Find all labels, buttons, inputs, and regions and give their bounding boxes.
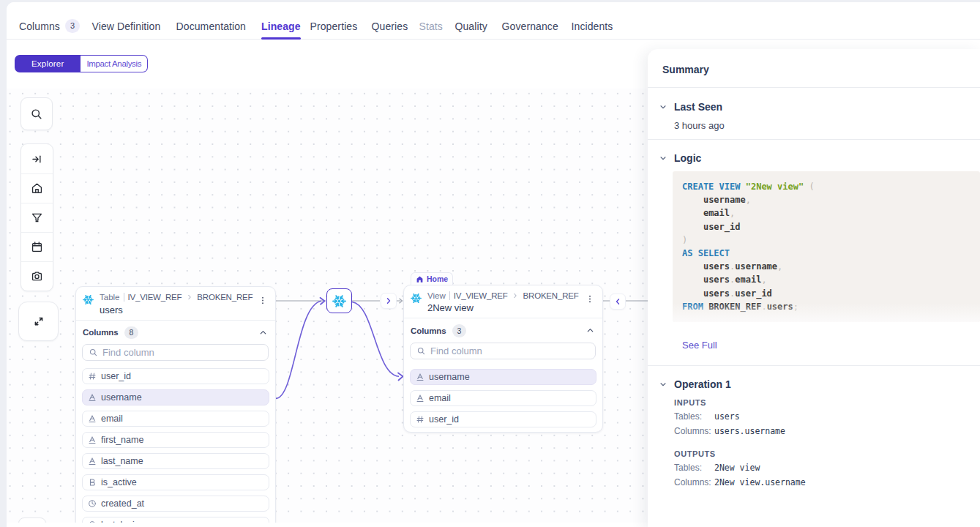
- column-name: email: [101, 414, 123, 424]
- tab-documentation[interactable]: Documentation: [176, 13, 246, 39]
- tab-quality[interactable]: Quality: [455, 13, 487, 39]
- column-type-text-icon: [88, 414, 97, 423]
- section-title: Operation 1: [674, 378, 731, 390]
- find-column-input[interactable]: Find column: [410, 343, 596, 359]
- tab-stats[interactable]: Stats: [419, 13, 442, 39]
- table-node-users[interactable]: TableIV_VIEW_REFBROKEN_REFusersColumns8F…: [75, 286, 276, 523]
- chevron-down-icon: [659, 154, 667, 162]
- chevron-down-icon: [659, 102, 667, 111]
- io-row-label: Tables:: [674, 411, 714, 422]
- collapse-columns-button[interactable]: [586, 326, 595, 335]
- home-icon: [30, 182, 44, 195]
- column-row-last_name[interactable]: last_name: [82, 453, 269, 469]
- column-row-user_id[interactable]: user_id: [410, 411, 596, 427]
- asset-menu-button[interactable]: [585, 291, 595, 314]
- column-row-username[interactable]: username: [410, 369, 596, 385]
- section-last-seen[interactable]: Last Seen: [659, 101, 980, 113]
- filter-button[interactable]: [21, 203, 53, 232]
- column-type-boolean-icon: [88, 478, 97, 487]
- tab-lineage[interactable]: Lineage: [261, 13, 301, 39]
- asset-kind-label: Table: [100, 293, 120, 302]
- snowflake-icon: [332, 294, 346, 308]
- asset-card-header: ViewIV_VIEW_REFBROKEN_REF2New view: [404, 285, 602, 318]
- breadcrumb-schema: BROKEN_REF: [523, 291, 579, 300]
- canvas-toolbar: [20, 143, 53, 291]
- io-row: Tables:2New view: [674, 463, 980, 473]
- chevron-up-icon: [586, 326, 595, 335]
- column-row-user_id[interactable]: user_id: [82, 368, 269, 384]
- summary-panel-header: Summary: [648, 49, 980, 88]
- tab-queries[interactable]: Queries: [372, 13, 408, 39]
- column-type-number-icon: [88, 372, 97, 381]
- calendar-button[interactable]: [21, 232, 53, 261]
- tab-label: Columns: [19, 20, 60, 32]
- collapse-right-icon: [30, 152, 44, 166]
- io-group-label: INPUTS: [674, 398, 980, 407]
- tab-governance[interactable]: Governance: [502, 13, 558, 39]
- asset-card-header: TableIV_VIEW_REFBROKEN_REFusers: [76, 287, 275, 320]
- tab-bar: Columns3View DefinitionDocumentationLine…: [7, 2, 980, 40]
- chevron-right-icon: [384, 296, 393, 305]
- column-type-icon-wrap: [88, 436, 97, 444]
- io-row: Tables:users: [674, 411, 980, 422]
- tab-label: Stats: [419, 20, 442, 32]
- io-row-label: Tables:: [674, 463, 714, 473]
- column-row-email[interactable]: email: [82, 411, 269, 427]
- column-row-email[interactable]: email: [410, 390, 596, 406]
- kebab-menu-icon: [585, 294, 595, 304]
- column-type-icon-wrap: [88, 499, 97, 508]
- expand-edge-right-button[interactable]: [381, 293, 397, 309]
- search-icon: [416, 346, 426, 356]
- tab-label: Documentation: [176, 20, 246, 32]
- operation-node[interactable]: [326, 288, 352, 313]
- column-row-last_login[interactable]: last_login: [82, 517, 269, 523]
- column-row-is_active[interactable]: is_active: [82, 474, 269, 490]
- column-type-timestamp-icon: [88, 499, 97, 508]
- icon: [659, 102, 667, 111]
- asset-menu-button[interactable]: [258, 293, 268, 315]
- see-full-link[interactable]: See Full: [682, 340, 980, 351]
- io-row-label: Columns:: [674, 426, 714, 436]
- expand-icon: [31, 314, 46, 329]
- section-logic[interactable]: Logic: [659, 152, 980, 164]
- asset-title: users: [100, 304, 252, 315]
- home-badge[interactable]: Home: [411, 272, 453, 285]
- explorer-button[interactable]: Explorer: [15, 55, 81, 72]
- view-node-2new-view[interactable]: ViewIV_VIEW_REFBROKEN_REF2New viewColumn…: [403, 285, 603, 433]
- tab-label: Lineage: [261, 20, 301, 32]
- asset-kind-label: View: [427, 291, 446, 300]
- expand-edge-left-button[interactable]: [610, 294, 626, 310]
- impact-analysis-button[interactable]: Impact Analysis: [81, 55, 148, 72]
- tab-incidents[interactable]: Incidents: [572, 13, 613, 39]
- home-button[interactable]: [21, 173, 53, 203]
- find-column-input[interactable]: Find column: [82, 344, 269, 361]
- screenshot-button[interactable]: [21, 261, 53, 291]
- canvas-search-button[interactable]: [20, 97, 53, 130]
- summary-panel: SummaryLast Seen3 hours agoLogicCREATE V…: [648, 49, 980, 527]
- column-row-username[interactable]: username: [82, 389, 269, 405]
- divider: [648, 365, 980, 366]
- column-row-created_at[interactable]: created_at: [82, 496, 269, 512]
- divider: [648, 139, 980, 140]
- find-column-placeholder: Find column: [102, 347, 154, 358]
- tab-columns[interactable]: Columns3: [19, 13, 80, 39]
- zoom-controls-partial[interactable]: [18, 517, 46, 523]
- tab-label: Quality: [455, 20, 487, 32]
- collapse-columns-button[interactable]: [258, 328, 268, 337]
- home-badge-label: Home: [427, 274, 448, 283]
- tab-label: Properties: [310, 20, 358, 32]
- tab-properties[interactable]: Properties: [310, 13, 358, 39]
- search-icon: [29, 107, 44, 122]
- io-block: OUTPUTSTables:2New viewColumns:2New view…: [674, 449, 980, 487]
- expand-button[interactable]: [18, 302, 59, 341]
- collapse-button[interactable]: [21, 144, 53, 173]
- search-icon: [89, 348, 98, 357]
- column-type-icon-wrap: [416, 394, 424, 403]
- tab-label: View Definition: [91, 20, 160, 32]
- section-operation-1[interactable]: Operation 1: [659, 378, 980, 390]
- breadcrumb-schema: BROKEN_REF: [197, 293, 253, 302]
- tab-view-definition[interactable]: View Definition: [91, 13, 160, 39]
- sql-code: CREATE VIEW "2New view" ( username, emai…: [673, 171, 980, 322]
- column-name: is_active: [101, 477, 137, 487]
- column-row-first_name[interactable]: first_name: [82, 432, 269, 448]
